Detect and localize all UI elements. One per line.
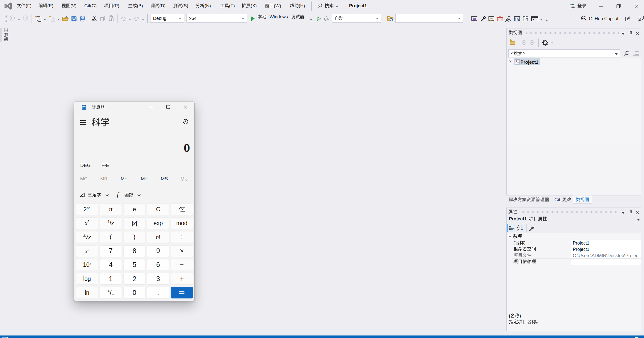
svg-text:Z: Z	[517, 228, 519, 232]
svg-text:A: A	[517, 225, 520, 228]
